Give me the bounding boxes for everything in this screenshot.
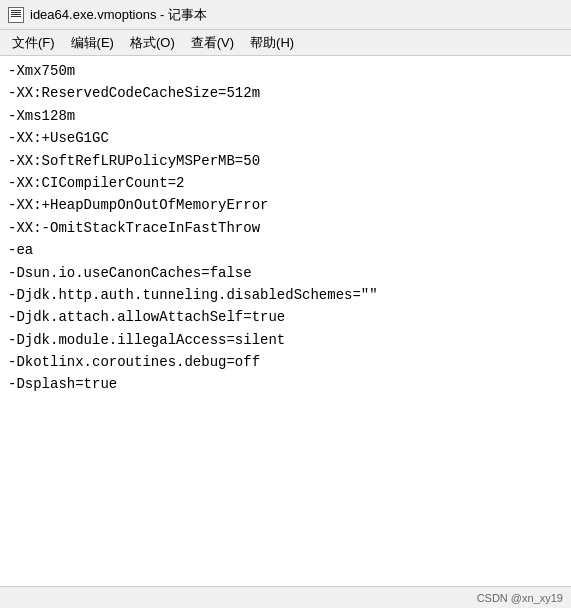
app-icon	[8, 7, 24, 23]
list-item: -Djdk.attach.allowAttachSelf=true	[8, 306, 563, 328]
list-item: -Djdk.module.illegalAccess=silent	[8, 329, 563, 351]
list-item: -Dsplash=true	[8, 373, 563, 395]
list-item: -Xms128m	[8, 105, 563, 127]
list-item: -XX:+HeapDumpOnOutOfMemoryError	[8, 194, 563, 216]
status-bar: CSDN @xn_xy19	[0, 586, 571, 608]
menu-file[interactable]: 文件(F)	[4, 32, 63, 54]
list-item: -XX:SoftRefLRUPolicyMSPerMB=50	[8, 150, 563, 172]
status-text: CSDN @xn_xy19	[477, 592, 563, 604]
list-item: -ea	[8, 239, 563, 261]
list-item: -XX:ReservedCodeCacheSize=512m	[8, 82, 563, 104]
menu-edit[interactable]: 编辑(E)	[63, 32, 122, 54]
list-item: -Djdk.http.auth.tunneling.disabledScheme…	[8, 284, 563, 306]
text-editor[interactable]: -Xmx750m-XX:ReservedCodeCacheSize=512m-X…	[0, 56, 571, 586]
menu-format[interactable]: 格式(O)	[122, 32, 183, 54]
list-item: -XX:CICompilerCount=2	[8, 172, 563, 194]
menu-help[interactable]: 帮助(H)	[242, 32, 302, 54]
menu-bar: 文件(F) 编辑(E) 格式(O) 查看(V) 帮助(H)	[0, 30, 571, 56]
list-item: -XX:-OmitStackTraceInFastThrow	[8, 217, 563, 239]
title-bar: idea64.exe.vmoptions - 记事本	[0, 0, 571, 30]
window-title: idea64.exe.vmoptions - 记事本	[30, 6, 207, 24]
list-item: -XX:+UseG1GC	[8, 127, 563, 149]
list-item: -Dkotlinx.coroutines.debug=off	[8, 351, 563, 373]
menu-view[interactable]: 查看(V)	[183, 32, 242, 54]
list-item: -Xmx750m	[8, 60, 563, 82]
list-item: -Dsun.io.useCanonCaches=false	[8, 262, 563, 284]
